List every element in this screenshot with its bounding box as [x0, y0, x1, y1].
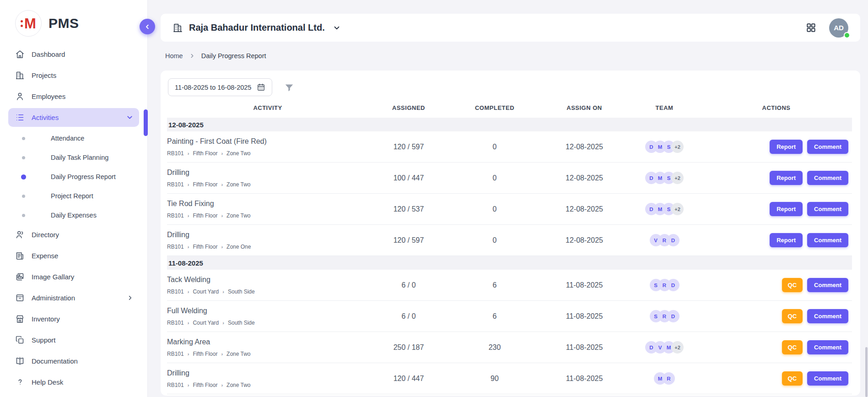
report-button[interactable]: Report [770, 202, 803, 216]
sidebar-item-dashboard[interactable]: Dashboard [8, 45, 139, 64]
path-segment: RB101 [167, 212, 184, 219]
comment-button[interactable]: Comment [807, 371, 848, 386]
sidebar-item-label: Activities [32, 114, 59, 121]
sidebar-item-projects[interactable]: Projects [8, 66, 139, 85]
sidebar-item-documentation[interactable]: Documentation [8, 352, 139, 370]
completed-value: 0 [449, 236, 540, 245]
path-segment: Fifth Floor [193, 212, 217, 219]
table-row: DrillingRB101›Fifth Floor›Zone Two100 / … [167, 163, 852, 194]
activity-cell: Marking AreaRB101›Fifth Floor›Zone Two [167, 338, 368, 357]
top-header: Raja Bahadur International Ltd. AD [161, 14, 860, 42]
date-range-input[interactable]: 11-08-2025 to 16-08-2025 [168, 78, 272, 96]
copy-icon [15, 335, 25, 345]
report-button[interactable]: Report [770, 233, 803, 247]
sidebar-subitem-label: Attendance [51, 135, 84, 142]
active-item-indicator [144, 109, 148, 136]
sidebar-item-administration[interactable]: Administration [8, 288, 139, 307]
breadcrumb-home[interactable]: Home [165, 52, 183, 60]
activity-cell: Tie Rod FixingRB101›Fifth Floor›Zone Two [167, 200, 368, 219]
team-extra-count[interactable]: +2 [671, 203, 684, 215]
image-icon [15, 272, 25, 282]
path-segment: RB101 [167, 382, 184, 388]
comment-button[interactable]: Comment [807, 202, 848, 216]
sidebar-subitem-daily-task-planning[interactable]: Daily Task Planning [8, 148, 139, 167]
question-icon [15, 377, 25, 387]
chevron-right-icon: › [221, 213, 223, 218]
qc-button[interactable]: QC [782, 309, 803, 323]
chevron-right-icon: › [221, 151, 223, 156]
team-extra-count[interactable]: +2 [671, 141, 684, 153]
team-extra-count[interactable]: +2 [671, 172, 684, 184]
comment-button[interactable]: Comment [807, 340, 848, 354]
sidebar-subitem-attendance[interactable]: Attendance [8, 129, 139, 147]
comment-button[interactable]: Comment [807, 140, 848, 154]
activity-cell: Full WeldingRB101›Court Yard›South Side [167, 307, 368, 326]
company-name: Raja Bahadur International Ltd. [189, 22, 325, 33]
sidebar-item-image-gallary[interactable]: Image Gallary [8, 267, 139, 286]
comment-button[interactable]: Comment [807, 309, 848, 323]
team-avatars: VRD [628, 234, 701, 246]
table-row: DrillingRB101›Fifth Floor›Zone One120 / … [167, 225, 852, 256]
report-button[interactable]: Report [770, 140, 803, 154]
path-segment: RB101 [167, 351, 184, 357]
filter-button[interactable] [284, 82, 294, 92]
assigned-value: 6 / 0 [368, 312, 449, 321]
store-icon [15, 314, 25, 324]
table-row: Tie Rod FixingRB101›Fifth Floor›Zone Two… [167, 194, 852, 225]
comment-button[interactable]: Comment [807, 233, 848, 247]
sidebar-collapse-button[interactable] [140, 19, 155, 34]
sidebar-subitem-daily-progress-report[interactable]: Daily Progress Report [8, 168, 139, 186]
team-member-avatar[interactable]: R [663, 372, 675, 385]
qc-button[interactable]: QC [782, 278, 803, 292]
chevron-right-icon: › [188, 213, 189, 218]
column-header-actions: ACTIONS [701, 104, 852, 111]
chevron-right-icon: › [221, 351, 223, 357]
report-button[interactable]: Report [770, 171, 803, 185]
completed-value: 6 [449, 281, 540, 289]
sidebar-subitem-project-report[interactable]: Project Report [8, 187, 139, 205]
logo-circuit-dots [21, 20, 23, 27]
team-member-avatar[interactable]: D [667, 310, 679, 322]
team-avatars: DMS+2 [628, 203, 701, 215]
sidebar-item-directory[interactable]: Directory [8, 225, 139, 244]
sidebar-subitem-daily-expenses[interactable]: Daily Expenses [8, 206, 139, 224]
user-avatar[interactable]: AD [829, 18, 848, 38]
qc-button[interactable]: QC [782, 340, 803, 354]
path-segment: RB101 [167, 244, 184, 250]
team-extra-count[interactable]: +2 [671, 341, 684, 353]
bullet-icon [21, 174, 26, 179]
path-segment: Zone Two [226, 150, 250, 157]
sidebar-item-inventory[interactable]: Inventory [8, 310, 139, 328]
comment-button[interactable]: Comment [807, 278, 848, 292]
page-scrollbar[interactable] [865, 347, 868, 397]
activity-name: Painting - First Coat (Fire Red) [167, 137, 368, 146]
assigned-value: 120 / 447 [368, 375, 449, 383]
comment-button[interactable]: Comment [807, 171, 848, 185]
sidebar-item-activities[interactable]: Activities [8, 108, 139, 127]
table-row: Marking AreaRB101›Fifth Floor›Zone Two25… [167, 332, 852, 363]
qc-button[interactable]: QC [782, 371, 803, 386]
apps-grid-button[interactable] [806, 22, 816, 33]
path-segment: RB101 [167, 320, 184, 326]
date-group-header: 12-08-2025 [167, 118, 852, 131]
path-segment: South Side [228, 288, 255, 295]
sidebar-item-support[interactable]: Support [8, 331, 139, 349]
building-icon [15, 71, 25, 80]
table-row: Tack WeldingRB101›Court Yard›South Side6… [167, 270, 852, 301]
chevron-right-icon: › [188, 244, 189, 250]
sidebar-item-expense[interactable]: Expense [8, 246, 139, 265]
assign-on-value: 12-08-2025 [540, 205, 628, 213]
sidebar-subitem-label: Project Report [51, 192, 93, 200]
activity-name: Drilling [167, 369, 368, 377]
path-segment: Fifth Floor [193, 150, 217, 157]
activity-name: Drilling [167, 231, 368, 239]
sidebar-item-employees[interactable]: Employees [8, 87, 139, 106]
assigned-value: 120 / 597 [368, 236, 449, 245]
path-segment: Court Yard [193, 288, 219, 295]
activity-path: RB101›Fifth Floor›Zone Two [167, 212, 368, 219]
team-member-avatar[interactable]: D [667, 279, 679, 291]
company-selector[interactable]: Raja Bahadur International Ltd. [173, 22, 341, 33]
assign-on-value: 11-08-2025 [540, 281, 628, 289]
sidebar-item-help-desk[interactable]: Help Desk [8, 373, 139, 392]
team-member-avatar[interactable]: D [667, 234, 679, 246]
